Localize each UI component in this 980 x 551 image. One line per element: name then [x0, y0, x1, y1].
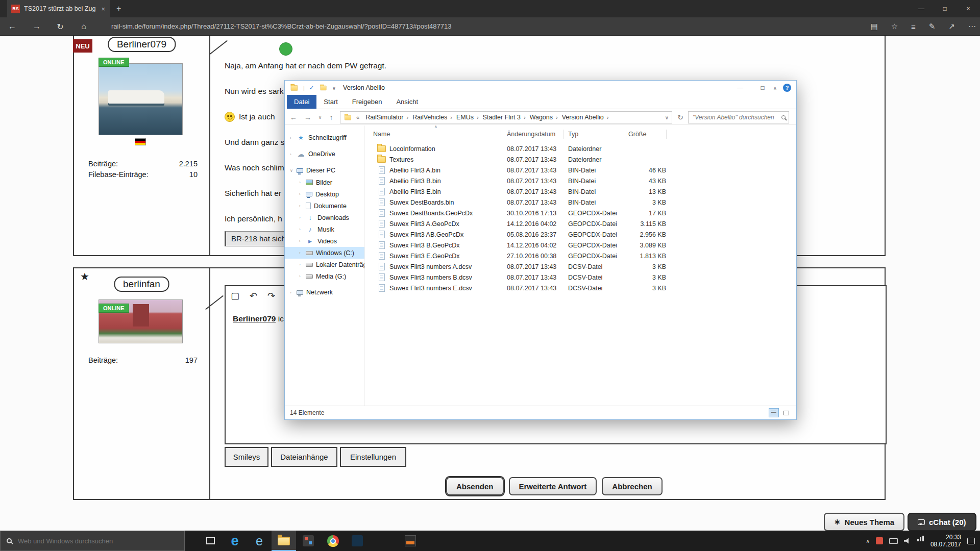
file-name[interactable]: Abellio Flirt3 E.bin — [389, 188, 507, 195]
file-row[interactable]: Abellio Flirt3 A.bin 08.07.2017 13:43 BI… — [365, 165, 796, 176]
breadcrumb-label[interactable]: RailVehicles — [410, 114, 449, 121]
expand-chevron-icon[interactable]: › — [299, 192, 306, 196]
file-name[interactable]: Suwex DestBoards.bin — [389, 199, 507, 206]
more-actions-icon[interactable]: ⋯ — [968, 22, 976, 31]
file-name[interactable]: Suwex DestBoards.GeoPcDx — [389, 210, 507, 217]
thumbnails-view-button[interactable] — [781, 408, 791, 417]
taskbar-clock[interactable]: 20:33 08.07.2017 — [930, 534, 961, 548]
file-row[interactable]: Suwex Flirt3 numbers A.dcsv 08.07.2017 1… — [365, 261, 796, 272]
expand-chevron-icon[interactable]: › — [290, 152, 297, 157]
breadcrumb-label[interactable]: Wagons — [528, 114, 555, 121]
breadcrumb-label[interactable]: Version Abellio — [560, 114, 606, 121]
reply-button[interactable]: Absenden — [446, 477, 504, 495]
web-note-icon[interactable]: ✎ — [929, 22, 936, 31]
back-icon[interactable]: ← — [287, 109, 300, 125]
taskbar-search-input[interactable] — [17, 537, 178, 545]
explorer-titlebar[interactable]: | ✓ ∨ Version Abellio — □ × — [285, 81, 796, 95]
expand-chevron-icon[interactable]: › — [299, 251, 306, 255]
checkbox-tool-icon[interactable]: ▢ — [231, 290, 239, 302]
file-name[interactable]: Suwex Flirt3 E.GeoPcDx — [389, 253, 507, 260]
editor-tab[interactable]: Einstellungen — [340, 447, 406, 467]
address-field[interactable]: « RailSimulator › RailVehicles › EMUs — [340, 111, 672, 123]
chevron-right-icon[interactable]: › — [476, 114, 480, 120]
browser-tab[interactable]: RS TS2017 stürzt ab bei Zug × — [7, 0, 110, 17]
column-header[interactable]: Name — [373, 131, 390, 138]
explorer-search-input[interactable] — [692, 113, 781, 121]
file-row[interactable]: Abellio Flirt3 E.bin 08.07.2017 13:43 BI… — [365, 186, 796, 197]
nav-item[interactable]: › Dokumente — [285, 200, 364, 212]
new-folder-icon[interactable] — [320, 85, 326, 90]
file-name[interactable]: Suwex Flirt3 numbers B.dcsv — [389, 274, 507, 281]
details-view-button[interactable] — [769, 408, 779, 417]
expand-chevron-icon[interactable]: › — [299, 262, 306, 267]
breadcrumb-label[interactable]: RailSimulator — [363, 114, 405, 121]
reply-button[interactable]: Erweiterte Antwort — [509, 477, 597, 495]
share-icon[interactable]: ↗ — [948, 22, 955, 31]
chevron-right-icon[interactable]: › — [523, 114, 527, 120]
nav-item[interactable]: › ♪ Musik — [285, 223, 364, 235]
nav-item[interactable]: › Desktop — [285, 188, 364, 200]
tray-app-icon[interactable] — [876, 537, 883, 544]
column-separator[interactable] — [666, 130, 667, 139]
column-header[interactable]: Größe — [628, 131, 646, 138]
nav-item[interactable]: › ▶ Videos — [285, 235, 364, 247]
new-tab-button[interactable]: + — [116, 4, 121, 13]
file-explorer-button[interactable] — [272, 531, 296, 551]
action-center-icon[interactable] — [967, 538, 975, 544]
edge-button[interactable]: e — [223, 531, 247, 551]
chat-button[interactable]: cChat (20) — [908, 513, 976, 531]
editor-text[interactable]: Berliner079 ic — [233, 314, 284, 323]
breadcrumb-item[interactable]: Wagons › — [528, 114, 559, 121]
ribbon-tab[interactable]: Datei — [287, 95, 316, 109]
file-row[interactable]: Suwex Flirt3 A.GeoPcDx 14.12.2016 04:02 … — [365, 218, 796, 229]
chevron-right-icon[interactable]: › — [555, 114, 559, 120]
editor-tab[interactable]: Dateianhänge — [271, 447, 337, 467]
browser-close-button[interactable]: × — [957, 0, 980, 17]
file-row[interactable]: Suwex Flirt3 numbers E.dcsv 08.07.2017 1… — [365, 283, 796, 293]
column-separator[interactable] — [626, 130, 626, 139]
file-name[interactable]: LocoInformation — [389, 145, 507, 153]
refresh-icon[interactable]: ↻ — [674, 109, 687, 125]
file-name[interactable]: Suwex Flirt3 A.GeoPcDx — [389, 220, 507, 228]
breadcrumb-item[interactable]: RailSimulator › — [363, 114, 409, 121]
nav-item[interactable]: › ↓ Downloads — [285, 212, 364, 223]
tray-expand-icon[interactable]: ∧ — [866, 538, 870, 544]
column-separator[interactable] — [563, 130, 564, 139]
expand-chevron-icon[interactable]: › — [290, 290, 297, 295]
ribbon-tab[interactable]: Freigeben — [345, 95, 389, 109]
explorer-minimize-button[interactable]: — — [729, 81, 751, 95]
browser-back-icon[interactable]: ← — [5, 17, 20, 36]
explorer-maximize-button[interactable]: □ — [751, 81, 774, 95]
expand-chevron-icon[interactable]: › — [299, 215, 306, 220]
file-row[interactable]: Suwex DestBoards.bin 08.07.2017 13:43 BI… — [365, 197, 796, 208]
pinned-app-button-2[interactable] — [345, 531, 370, 551]
forward-icon[interactable]: → — [301, 109, 314, 125]
file-row[interactable]: LocoInformation 08.07.2017 13:43 Dateior… — [365, 143, 796, 154]
nav-item[interactable]: › Bilder — [285, 177, 364, 188]
column-header[interactable]: Typ — [568, 131, 578, 138]
chevron-right-icon[interactable]: › — [606, 114, 610, 120]
tab-close-icon[interactable]: × — [100, 5, 106, 13]
qat-dropdown-icon[interactable]: ∨ — [332, 85, 336, 91]
post1-author-link[interactable]: Berliner079 — [108, 37, 176, 52]
nav-item[interactable]: ∨ Dieser PC — [285, 164, 364, 177]
new-thread-button[interactable]: ∗ Neues Thema — [824, 513, 904, 531]
file-name[interactable]: Abellio Flirt3 B.bin — [389, 178, 507, 185]
help-icon[interactable]: ? — [783, 84, 791, 92]
nav-item[interactable]: › ★ Schnellzugriff — [285, 132, 364, 144]
address-url[interactable]: rail-sim.de/forum/index.php/Thread/27112… — [111, 17, 451, 36]
file-row[interactable]: Suwex Flirt3 B.GeoPcDx 14.12.2016 04:02 … — [365, 240, 796, 251]
task-view-button[interactable] — [198, 531, 223, 551]
column-separator[interactable] — [501, 130, 501, 139]
reading-view-icon[interactable]: ▤ — [870, 22, 877, 31]
file-row[interactable]: Suwex Flirt3 E.GeoPcDx 27.10.2016 00:38 … — [365, 251, 796, 261]
file-name[interactable]: Textures — [389, 156, 507, 163]
browser-minimize-button[interactable]: — — [910, 0, 933, 17]
browser-home-icon[interactable]: ⌂ — [76, 17, 91, 36]
column-header[interactable]: Änderungsdatum — [507, 131, 555, 138]
expand-chevron-icon[interactable]: › — [299, 227, 306, 232]
post1-avatar[interactable] — [99, 63, 183, 135]
file-name[interactable]: Suwex Flirt3 numbers A.dcsv — [389, 263, 507, 270]
mention-link[interactable]: Berliner079 — [233, 314, 276, 323]
expand-chevron-icon[interactable]: › — [290, 136, 297, 140]
